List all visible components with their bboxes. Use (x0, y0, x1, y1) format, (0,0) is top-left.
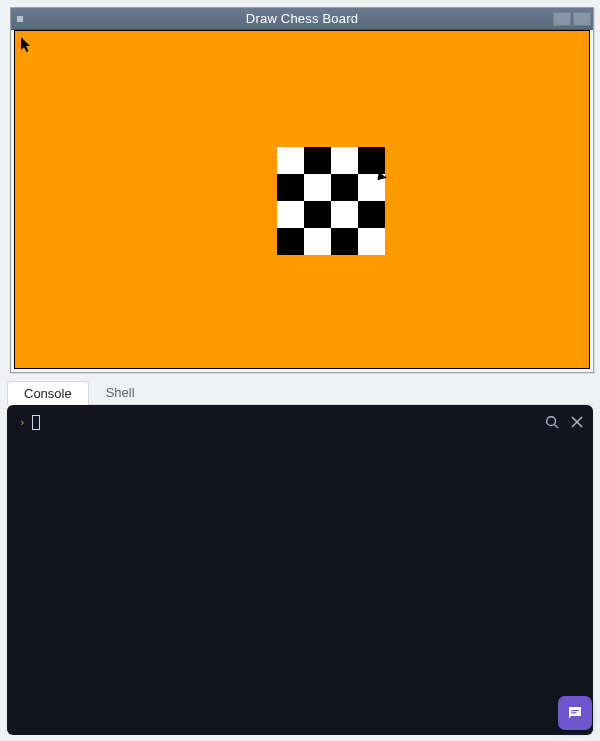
cursor-icon (21, 37, 33, 53)
window-title: Draw Chess Board (11, 11, 593, 26)
graphics-window: Draw Chess Board (10, 7, 594, 373)
tab-shell[interactable]: Shell (89, 380, 152, 404)
svg-point-0 (547, 417, 556, 426)
chess-square (277, 174, 304, 201)
chess-square (304, 228, 331, 255)
minimize-button[interactable] (553, 12, 571, 26)
chess-square (358, 201, 385, 228)
chess-square (277, 228, 304, 255)
chess-square (277, 201, 304, 228)
search-icon[interactable] (545, 415, 559, 432)
chess-square (304, 147, 331, 174)
chess-square (358, 228, 385, 255)
chess-square (331, 147, 358, 174)
prompt-icon: › (19, 416, 26, 429)
tab-console[interactable]: Console (7, 381, 89, 405)
console-caret (32, 415, 40, 430)
svg-rect-5 (571, 712, 576, 713)
chat-button[interactable] (558, 696, 592, 730)
window-controls (553, 8, 593, 29)
svg-line-1 (555, 425, 559, 429)
panel-tabs: Console Shell (7, 381, 593, 405)
chess-square (331, 228, 358, 255)
svg-rect-4 (571, 710, 579, 711)
chess-square (331, 174, 358, 201)
console-prompt[interactable]: › (19, 415, 581, 430)
chessboard (277, 147, 385, 255)
maximize-button[interactable] (573, 12, 591, 26)
chat-icon (566, 704, 584, 722)
canvas-area[interactable] (14, 30, 590, 369)
close-icon[interactable] (571, 416, 583, 431)
console-tools (545, 415, 583, 432)
chess-square (358, 147, 385, 174)
chess-square (331, 201, 358, 228)
console-panel[interactable]: › (7, 405, 593, 735)
chess-square (304, 201, 331, 228)
chess-square (277, 147, 304, 174)
titlebar[interactable]: Draw Chess Board (11, 8, 593, 30)
chess-square (304, 174, 331, 201)
chess-square (358, 174, 385, 201)
